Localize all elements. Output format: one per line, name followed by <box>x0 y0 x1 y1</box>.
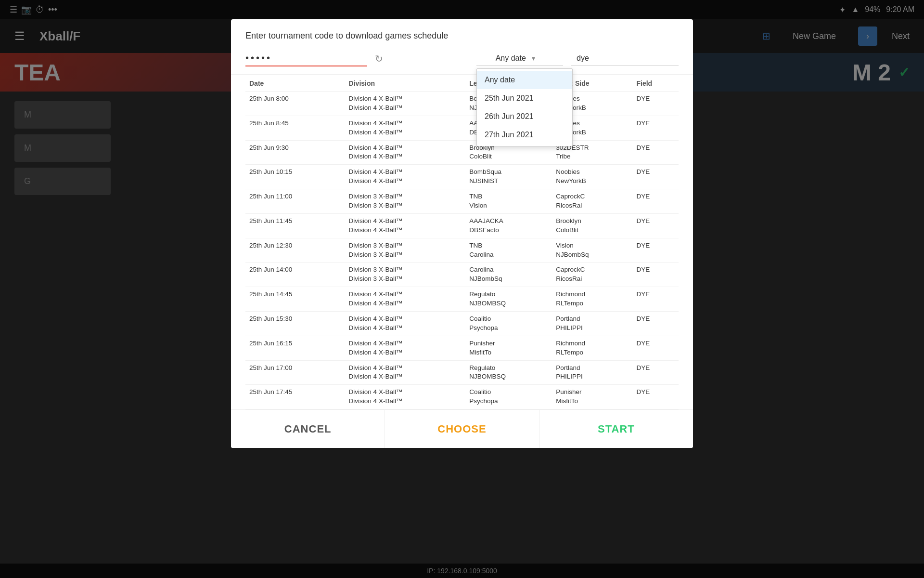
cell-date: 25th Jun 14:00 <box>245 263 345 287</box>
modal-title: Enter tournament code to download games … <box>245 31 448 40</box>
table-row[interactable]: 25th Jun 12:30 Division 3 X-Ball™Divisio… <box>245 238 679 263</box>
cell-division: Division 4 X-Ball™Division 4 X-Ball™ <box>345 312 466 336</box>
table-row[interactable]: 25th Jun 11:45 Division 4 X-Ball™Divisio… <box>245 213 679 238</box>
cell-date: 25th Jun 17:00 <box>245 360 345 385</box>
cell-left-side: CoalitioPsychopa <box>465 312 552 336</box>
date-option-26jun[interactable]: 26th Jun 2021 <box>477 107 572 126</box>
cell-right-side: PunisherMisfitTo <box>552 385 632 409</box>
cell-date: 25th Jun 8:00 <box>245 92 345 116</box>
table-row[interactable]: 25th Jun 15:30 Division 4 X-Ball™Divisio… <box>245 312 679 336</box>
cell-field: DYE <box>632 263 679 287</box>
cell-left-side: TNBCarolina <box>465 238 552 263</box>
cell-date: 25th Jun 16:15 <box>245 336 345 360</box>
modal-dialog: Enter tournament code to download games … <box>231 19 693 448</box>
date-option-25jun[interactable]: 25th Jun 2021 <box>477 89 572 107</box>
filter-row: ↻ Any date ▾ Any date 25th Jun 2021 26th… <box>231 46 693 75</box>
field-search-input[interactable] <box>571 51 679 66</box>
cell-date: 25th Jun 10:15 <box>245 165 345 189</box>
cell-division: Division 4 X-Ball™Division 4 X-Ball™ <box>345 360 466 385</box>
cell-field: DYE <box>632 165 679 189</box>
cell-left-side: AAAJACKADBSFacto <box>465 213 552 238</box>
schedule-table: Date Division Left Side Right Side Field… <box>245 75 679 409</box>
cell-division: Division 3 X-Ball™Division 3 X-Ball™ <box>345 189 466 214</box>
table-row[interactable]: 25th Jun 17:45 Division 4 X-Ball™Divisio… <box>245 385 679 409</box>
cell-field: DYE <box>632 336 679 360</box>
cell-field: DYE <box>632 189 679 214</box>
cell-field: DYE <box>632 238 679 263</box>
table-row[interactable]: 25th Jun 17:00 Division 4 X-Ball™Divisio… <box>245 360 679 385</box>
cell-division: Division 4 X-Ball™Division 4 X-Ball™ <box>345 140 466 165</box>
cell-date: 25th Jun 11:00 <box>245 189 345 214</box>
cell-field: DYE <box>632 385 679 409</box>
table-header: Date Division Left Side Right Side Field <box>245 75 679 92</box>
cell-date: 25th Jun 8:45 <box>245 116 345 140</box>
date-dropdown-menu: Any date 25th Jun 2021 26th Jun 2021 27t… <box>476 68 573 146</box>
cell-right-side: VisionNJBombSq <box>552 238 632 263</box>
cell-right-side: CaprockCRicosRai <box>552 189 632 214</box>
date-filter-container: Any date ▾ Any date 25th Jun 2021 26th J… <box>476 51 563 66</box>
table-row[interactable]: 25th Jun 14:00 Division 3 X-Ball™Divisio… <box>245 263 679 287</box>
cell-left-side: RegulatoNJBOMBSQ <box>465 287 552 312</box>
date-option-any[interactable]: Any date <box>477 71 572 89</box>
cell-right-side: NoobiesNewYorkB <box>552 165 632 189</box>
cell-left-side: PunisherMisfitTo <box>465 336 552 360</box>
cell-right-side: CaprockCRicosRai <box>552 263 632 287</box>
date-option-27jun[interactable]: 27th Jun 2021 <box>477 126 572 144</box>
cell-field: DYE <box>632 116 679 140</box>
table-row[interactable]: 25th Jun 16:15 Division 4 X-Ball™Divisio… <box>245 336 679 360</box>
col-date: Date <box>245 75 345 92</box>
choose-button[interactable]: CHOOSE <box>385 410 539 448</box>
cell-right-side: BrooklynColoBlit <box>552 213 632 238</box>
cell-field: DYE <box>632 92 679 116</box>
cell-field: DYE <box>632 140 679 165</box>
cell-right-side: PortlandPHILIPPI <box>552 360 632 385</box>
cell-division: Division 4 X-Ball™Division 4 X-Ball™ <box>345 116 466 140</box>
date-dropdown-label: Any date <box>496 54 526 62</box>
cancel-button[interactable]: CANCEL <box>231 410 385 448</box>
refresh-icon[interactable]: ↻ <box>375 53 383 65</box>
table-row[interactable]: 25th Jun 8:00 Division 4 X-Ball™Division… <box>245 92 679 116</box>
table-row[interactable]: 25th Jun 14:45 Division 4 X-Ball™Divisio… <box>245 287 679 312</box>
schedule-table-container[interactable]: Date Division Left Side Right Side Field… <box>231 75 693 409</box>
cell-field: DYE <box>632 287 679 312</box>
table-row[interactable]: 25th Jun 8:45 Division 4 X-Ball™Division… <box>245 116 679 140</box>
cell-date: 25th Jun 11:45 <box>245 213 345 238</box>
cell-division: Division 3 X-Ball™Division 3 X-Ball™ <box>345 238 466 263</box>
cell-division: Division 4 X-Ball™Division 4 X-Ball™ <box>345 336 466 360</box>
cell-date: 25th Jun 12:30 <box>245 238 345 263</box>
cell-date: 25th Jun 9:30 <box>245 140 345 165</box>
cell-division: Division 4 X-Ball™Division 4 X-Ball™ <box>345 165 466 189</box>
modal-overlay: Enter tournament code to download games … <box>0 0 924 578</box>
cell-date: 25th Jun 14:45 <box>245 287 345 312</box>
table-body: 25th Jun 8:00 Division 4 X-Ball™Division… <box>245 92 679 409</box>
cell-field: DYE <box>632 360 679 385</box>
cell-left-side: CarolinaNJBombSq <box>465 263 552 287</box>
cell-division: Division 4 X-Ball™Division 4 X-Ball™ <box>345 213 466 238</box>
table-row[interactable]: 25th Jun 11:00 Division 3 X-Ball™Divisio… <box>245 189 679 214</box>
col-division: Division <box>345 75 466 92</box>
cell-division: Division 4 X-Ball™Division 4 X-Ball™ <box>345 92 466 116</box>
cell-field: DYE <box>632 312 679 336</box>
cell-division: Division 4 X-Ball™Division 4 X-Ball™ <box>345 287 466 312</box>
table-row[interactable]: 25th Jun 9:30 Division 4 X-Ball™Division… <box>245 140 679 165</box>
col-field: Field <box>632 75 679 92</box>
cell-right-side: RichmondRLTempo <box>552 287 632 312</box>
table-row[interactable]: 25th Jun 10:15 Division 4 X-Ball™Divisio… <box>245 165 679 189</box>
dropdown-arrow-icon: ▾ <box>532 54 535 62</box>
cell-right-side: RichmondRLTempo <box>552 336 632 360</box>
cell-left-side: BombSquaNJSINIST <box>465 165 552 189</box>
cell-division: Division 4 X-Ball™Division 4 X-Ball™ <box>345 385 466 409</box>
cell-left-side: TNBVision <box>465 189 552 214</box>
cell-right-side: PortlandPHILIPPI <box>552 312 632 336</box>
date-dropdown-button[interactable]: Any date ▾ <box>476 51 563 66</box>
tournament-code-input[interactable] <box>245 51 367 66</box>
cell-left-side: RegulatoNJBOMBSQ <box>465 360 552 385</box>
cell-left-side: CoalitioPsychopa <box>465 385 552 409</box>
modal-footer: CANCEL CHOOSE START <box>231 409 693 448</box>
modal-header: Enter tournament code to download games … <box>231 19 693 46</box>
cell-date: 25th Jun 15:30 <box>245 312 345 336</box>
start-button[interactable]: START <box>539 410 693 448</box>
cell-field: DYE <box>632 213 679 238</box>
cell-date: 25th Jun 17:45 <box>245 385 345 409</box>
cell-division: Division 3 X-Ball™Division 3 X-Ball™ <box>345 263 466 287</box>
